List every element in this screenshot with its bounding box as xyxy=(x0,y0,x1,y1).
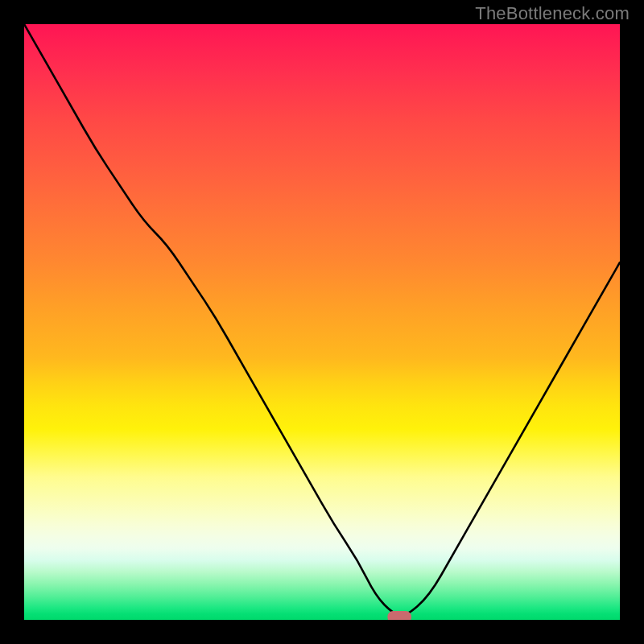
bottleneck-marker xyxy=(387,611,411,620)
bottleneck-curve xyxy=(24,24,620,620)
watermark-label: TheBottleneck.com xyxy=(475,3,630,24)
curve-path xyxy=(24,24,620,616)
chart-frame: TheBottleneck.com xyxy=(0,0,644,644)
plot-area xyxy=(24,24,620,620)
